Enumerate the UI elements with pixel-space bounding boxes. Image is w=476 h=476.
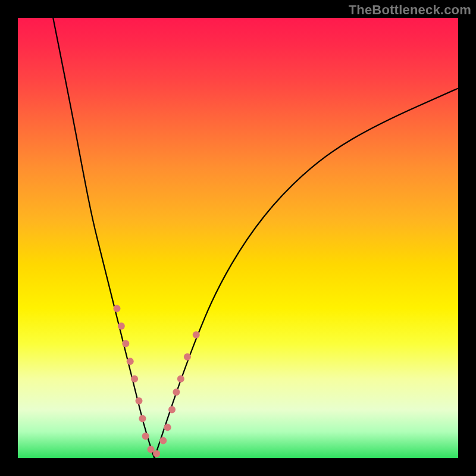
data-dot bbox=[164, 424, 171, 431]
data-dot bbox=[142, 433, 149, 440]
watermark-text: TheBottleneck.com bbox=[349, 2, 471, 18]
plot-area bbox=[18, 18, 458, 458]
data-dot bbox=[177, 375, 184, 383]
data-dot bbox=[114, 305, 121, 312]
data-dot bbox=[127, 358, 134, 365]
data-dot bbox=[118, 322, 125, 330]
data-dot bbox=[159, 437, 167, 444]
curve-right bbox=[154, 88, 458, 458]
data-dot bbox=[193, 331, 200, 339]
data-dot bbox=[173, 389, 180, 396]
data-dot bbox=[153, 450, 160, 458]
data-dot bbox=[139, 415, 146, 422]
data-dot bbox=[168, 406, 176, 414]
data-dot bbox=[131, 375, 138, 383]
chart-frame: TheBottleneck.com bbox=[0, 0, 476, 476]
data-dot bbox=[147, 446, 154, 453]
data-dot bbox=[136, 397, 143, 405]
data-dots bbox=[114, 305, 200, 457]
curve-left bbox=[53, 18, 154, 458]
data-dot bbox=[184, 353, 191, 361]
data-dot bbox=[122, 340, 129, 347]
chart-svg bbox=[18, 18, 458, 458]
